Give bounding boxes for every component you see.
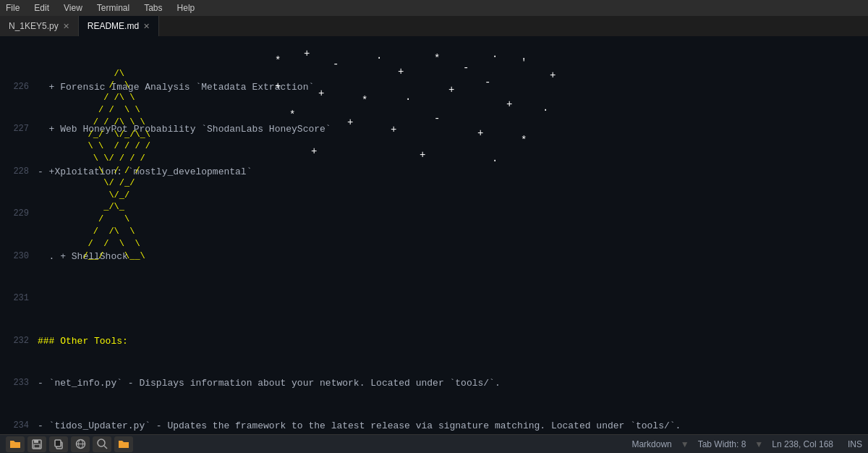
line-231: 231 <box>6 292 862 306</box>
menu-file[interactable]: File <box>3 1 22 14</box>
status-icons <box>6 436 133 452</box>
line-233: 233 - `net_info.py` - Displays informati… <box>6 376 862 391</box>
tab-readme-label: README.md <box>88 21 139 31</box>
copy-icon-btn[interactable] <box>49 436 68 452</box>
tab-readme-close[interactable]: ✕ <box>143 22 150 31</box>
line-228: 228 - +Xploitation: `mostly_developmenta… <box>6 165 862 179</box>
editor: /\ / \ / /\ \ / / \ \ / / /\ \ \ /_/ \/_… <box>0 36 868 434</box>
svg-rect-4 <box>55 440 61 446</box>
folder-icon-btn[interactable] <box>6 436 25 452</box>
line-229: 229 <box>6 207 862 221</box>
tab-bar: N_1KEY5.py ✕ README.md ✕ <box>0 16 868 36</box>
code-content: 226 + Forensic Image Analysis `Metadata … <box>0 36 868 434</box>
mode-indicator: INS <box>848 439 862 449</box>
tab-width-indicator[interactable]: Tab Width: 8 <box>698 439 746 449</box>
line-234: 234 - `tidos_Updater.py` - Updates the f… <box>6 419 862 433</box>
status-right: Markdown ▼ Tab Width: 8 ▼ Ln 238, Col 16… <box>631 439 862 449</box>
globe-icon-btn[interactable] <box>71 436 90 452</box>
menu-edit[interactable]: Edit <box>31 1 52 14</box>
line-232: 232 ### Other Tools: <box>6 334 862 349</box>
tab-readme[interactable]: README.md ✕ <box>79 16 159 36</box>
position-indicator: Ln 238, Col 168 <box>772 439 833 449</box>
tab-n1keys-close[interactable]: ✕ <box>63 22 69 31</box>
menu-help[interactable]: Help <box>174 1 198 14</box>
menu-bar: File Edit View Terminal Tabs Help <box>0 0 868 16</box>
language-indicator[interactable]: Markdown <box>631 439 671 449</box>
svg-line-9 <box>104 446 107 449</box>
save-icon-btn[interactable] <box>27 436 46 452</box>
line-226: 226 + Forensic Image Analysis `Metadata … <box>6 80 862 95</box>
search-icon-btn[interactable] <box>93 436 111 452</box>
svg-rect-2 <box>34 444 40 448</box>
tab-n1keys[interactable]: N_1KEY5.py ✕ <box>0 16 79 36</box>
menu-tabs[interactable]: Tabs <box>141 1 165 14</box>
menu-terminal[interactable]: Terminal <box>94 1 132 14</box>
tab-n1keys-label: N_1KEY5.py <box>9 21 59 31</box>
line-227: 227 + Web HoneyPot Probability `ShodanLa… <box>6 122 862 137</box>
status-bar: Markdown ▼ Tab Width: 8 ▼ Ln 238, Col 16… <box>0 434 868 453</box>
svg-rect-1 <box>34 440 38 443</box>
folder2-icon-btn[interactable] <box>114 436 133 452</box>
line-230: 230 . + ShellShock <box>6 250 862 264</box>
menu-view[interactable]: View <box>61 1 85 14</box>
svg-point-8 <box>98 439 105 446</box>
